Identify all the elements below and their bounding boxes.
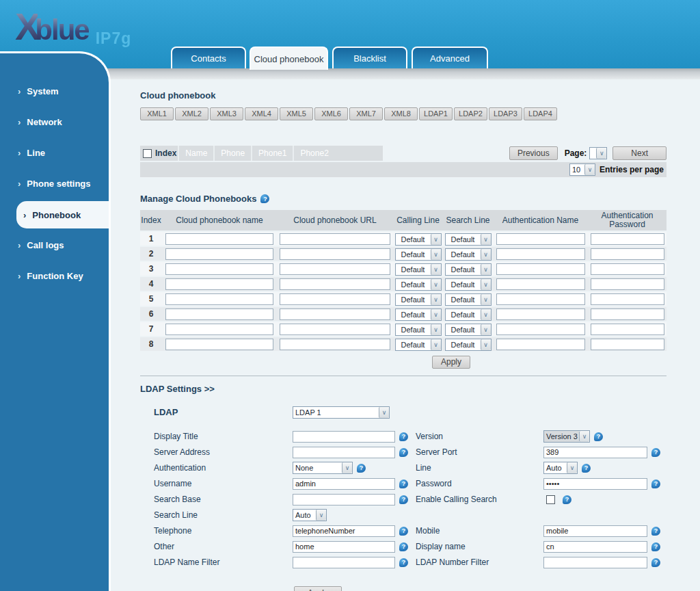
authentication-password-input-6[interactable] xyxy=(591,308,664,320)
cloud-phonebook-url-input-7[interactable] xyxy=(280,324,390,335)
cloud-phonebook-name-input-1[interactable] xyxy=(165,233,273,245)
display-title-input[interactable] xyxy=(293,431,395,443)
username-input[interactable] xyxy=(293,478,395,490)
cloud-phonebook-url-input-3[interactable] xyxy=(280,263,390,275)
ldap-number-filter-help-icon[interactable]: ? xyxy=(651,558,660,567)
ldap-apply-button[interactable]: Apply xyxy=(294,586,342,591)
cloud-phonebook-name-input-7[interactable] xyxy=(165,324,273,335)
calling-line-select-5[interactable]: Default∨ xyxy=(395,293,442,306)
source-button-xml1[interactable]: XML1 xyxy=(140,107,174,120)
source-button-xml5[interactable]: XML5 xyxy=(280,107,313,120)
calling-line-select-1[interactable]: Default∨ xyxy=(395,233,442,246)
tab-contacts[interactable]: Contacts xyxy=(171,47,246,68)
telephone-input[interactable] xyxy=(293,525,395,537)
source-button-xml3[interactable]: XML3 xyxy=(210,107,243,120)
authentication-password-input-8[interactable] xyxy=(591,339,664,350)
source-button-xml2[interactable]: XML2 xyxy=(175,107,208,120)
password-input[interactable] xyxy=(543,478,647,490)
manage-apply-button[interactable]: Apply xyxy=(432,356,470,369)
page-select[interactable]: ∨ xyxy=(589,147,607,159)
display-name-input[interactable] xyxy=(543,541,647,553)
sidebar-item-phonebook[interactable]: ›Phonebook xyxy=(16,201,109,228)
authentication-help-icon[interactable]: ? xyxy=(357,464,366,473)
mobile-input[interactable] xyxy=(543,525,647,537)
source-button-xml8[interactable]: XML8 xyxy=(384,107,418,120)
line-help-icon[interactable]: ? xyxy=(582,464,591,473)
tab-advanced[interactable]: Advanced xyxy=(412,47,488,68)
display-title-help-icon[interactable]: ? xyxy=(399,432,408,441)
authentication-name-input-4[interactable] xyxy=(496,278,585,290)
authentication-name-input-6[interactable] xyxy=(496,308,585,320)
enable-calling-search-checkbox[interactable] xyxy=(546,495,555,504)
ldap-profile-select[interactable]: LDAP 1∨ xyxy=(293,406,390,419)
authentication-name-input-2[interactable] xyxy=(496,248,585,260)
other-input[interactable] xyxy=(293,541,395,553)
cloud-phonebook-url-input-1[interactable] xyxy=(280,233,390,245)
enable-calling-search-help-icon[interactable]: ? xyxy=(563,495,571,504)
search-line-select-6[interactable]: Default∨ xyxy=(445,308,492,321)
authentication-password-input-1[interactable] xyxy=(591,233,664,245)
search-line-select-8[interactable]: Default∨ xyxy=(445,339,492,351)
display-name-help-icon[interactable]: ? xyxy=(651,542,660,551)
server-address-input[interactable] xyxy=(293,447,395,458)
search-line-select-4[interactable]: Default∨ xyxy=(445,278,492,291)
line-select[interactable]: Auto∨ xyxy=(543,462,578,474)
cloud-phonebook-name-input-6[interactable] xyxy=(165,308,273,320)
search-line-select-1[interactable]: Default∨ xyxy=(445,233,492,246)
server-port-help-icon[interactable]: ? xyxy=(651,448,660,457)
calling-line-select-7[interactable]: Default∨ xyxy=(395,324,442,336)
cloud-phonebook-url-input-5[interactable] xyxy=(280,293,390,305)
source-button-xml6[interactable]: XML6 xyxy=(314,107,348,120)
mobile-help-icon[interactable]: ? xyxy=(651,527,660,536)
authentication-name-input-1[interactable] xyxy=(496,233,585,245)
next-button[interactable]: Next xyxy=(612,146,667,160)
sidebar-item-line[interactable]: ›Line xyxy=(0,137,109,168)
version-select[interactable]: Version 3∨ xyxy=(543,430,590,443)
authentication-name-input-5[interactable] xyxy=(496,293,585,305)
cloud-phonebook-url-input-2[interactable] xyxy=(280,248,390,260)
calling-line-select-6[interactable]: Default∨ xyxy=(395,308,442,321)
cloud-phonebook-name-input-4[interactable] xyxy=(165,278,273,290)
tab-cloud-phonebook[interactable]: Cloud phonebook xyxy=(250,47,328,70)
server-port-input[interactable] xyxy=(543,447,647,458)
source-button-xml4[interactable]: XML4 xyxy=(245,107,278,120)
authentication-name-input-7[interactable] xyxy=(496,324,585,335)
search-line-select-5[interactable]: Default∨ xyxy=(445,293,492,306)
tab-blacklist[interactable]: Blacklist xyxy=(332,47,407,68)
authentication-password-input-4[interactable] xyxy=(591,278,664,290)
telephone-help-icon[interactable]: ? xyxy=(399,527,408,536)
source-button-ldap3[interactable]: LDAP3 xyxy=(489,107,522,120)
sidebar-item-phone-settings[interactable]: ›Phone settings xyxy=(0,168,109,199)
search-line-select-7[interactable]: Default∨ xyxy=(445,324,492,336)
sidebar-item-system[interactable]: ›System xyxy=(0,76,109,107)
source-button-ldap1[interactable]: LDAP1 xyxy=(419,107,453,120)
cloud-phonebook-url-input-6[interactable] xyxy=(280,308,390,320)
sidebar-item-network[interactable]: ›Network xyxy=(0,107,109,137)
select-all-checkbox[interactable] xyxy=(143,149,152,158)
sidebar-item-call-logs[interactable]: ›Call logs xyxy=(0,230,109,261)
calling-line-select-3[interactable]: Default∨ xyxy=(395,263,442,276)
cloud-phonebook-name-input-8[interactable] xyxy=(165,339,273,350)
calling-line-select-8[interactable]: Default∨ xyxy=(395,339,442,351)
cloud-phonebook-name-input-2[interactable] xyxy=(165,248,273,260)
cloud-phonebook-url-input-4[interactable] xyxy=(280,278,390,290)
password-help-icon[interactable]: ? xyxy=(651,480,660,488)
authentication-password-input-3[interactable] xyxy=(591,263,664,275)
sidebar-item-function-key[interactable]: ›Function Key xyxy=(0,261,109,291)
authentication-password-input-2[interactable] xyxy=(591,248,664,260)
calling-line-select-2[interactable]: Default∨ xyxy=(395,248,442,261)
entries-per-page-select[interactable]: 10∨ xyxy=(569,163,595,176)
ldap-number-filter-input[interactable] xyxy=(543,557,647,568)
authentication-password-input-7[interactable] xyxy=(591,324,664,335)
authentication-name-input-8[interactable] xyxy=(496,339,585,350)
username-help-icon[interactable]: ? xyxy=(399,480,408,488)
server-address-help-icon[interactable]: ? xyxy=(399,448,408,457)
cloud-phonebook-url-input-8[interactable] xyxy=(280,339,390,350)
source-button-ldap4[interactable]: LDAP4 xyxy=(524,107,557,120)
search-base-help-icon[interactable]: ? xyxy=(399,495,408,504)
search-line-select-2[interactable]: Default∨ xyxy=(445,248,492,261)
search-line-select[interactable]: Auto∨ xyxy=(293,509,327,521)
previous-button[interactable]: Previous xyxy=(509,146,558,160)
source-button-ldap2[interactable]: LDAP2 xyxy=(454,107,487,120)
version-help-icon[interactable]: ? xyxy=(594,432,603,441)
